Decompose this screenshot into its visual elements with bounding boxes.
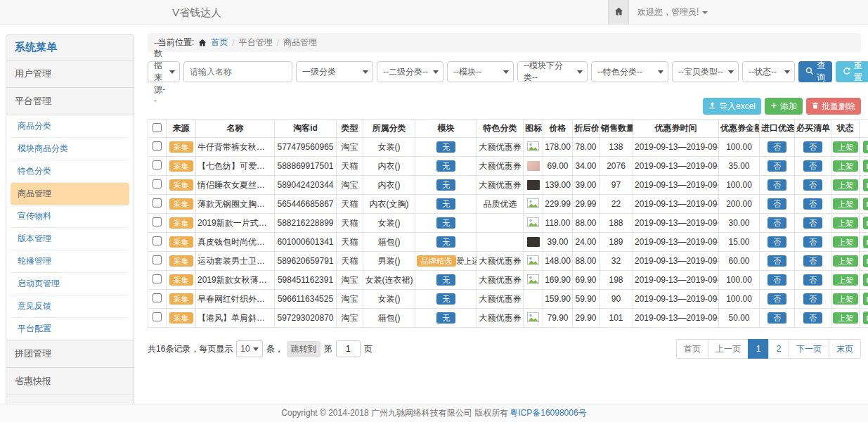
breadcrumb-home-link[interactable]: 首页 (211, 37, 228, 49)
edit-button[interactable] (863, 217, 868, 229)
edit-button[interactable] (863, 274, 868, 286)
taoke-id: 601000601341 (275, 233, 337, 252)
must-buy-toggle[interactable]: 否 (803, 312, 822, 324)
edit-button[interactable] (863, 141, 868, 153)
status-badge[interactable]: 上架 (833, 255, 858, 267)
must-buy-toggle[interactable]: 否 (803, 274, 822, 286)
page-button-末页[interactable]: 末页 (829, 339, 861, 359)
filter-select[interactable]: --模块下分类-- (517, 61, 588, 82)
import-select-toggle[interactable]: 否 (767, 141, 786, 153)
add-button[interactable]: 添加 (765, 98, 803, 115)
filter-select[interactable]: --二级分类-- (377, 61, 443, 82)
import-select-toggle[interactable]: 否 (767, 217, 786, 229)
row-checkbox[interactable] (153, 236, 162, 245)
import-select-toggle[interactable]: 否 (767, 160, 786, 172)
status-badge[interactable]: 上架 (833, 217, 858, 229)
sidebar-item[interactable]: 商品管理 (11, 183, 129, 205)
search-button[interactable]: 查询 (798, 61, 832, 82)
page-button-2[interactable]: 2 (768, 339, 789, 359)
filter-select[interactable]: --特色分类-- (591, 61, 668, 82)
name-search-input[interactable] (183, 61, 292, 82)
user-menu[interactable]: 欢迎您，管理员! (629, 0, 716, 25)
status-badge[interactable]: 上架 (833, 141, 858, 153)
actions-cell (860, 271, 868, 290)
row-checkbox[interactable] (153, 217, 162, 226)
edit-button[interactable] (863, 293, 868, 305)
row-checkbox[interactable] (153, 255, 162, 264)
status-badge[interactable]: 上架 (833, 179, 858, 191)
home-button[interactable] (608, 0, 629, 25)
must-buy-toggle[interactable]: 否 (803, 217, 822, 229)
page-number-input[interactable] (336, 340, 361, 357)
discount-price: 29.99 (573, 195, 600, 214)
page-button-首页[interactable]: 首页 (676, 339, 708, 359)
jump-button[interactable]: 跳转到 (287, 341, 320, 357)
sidebar-group-0[interactable]: 用户管理 (6, 60, 134, 87)
sidebar-item[interactable]: 商品分类 (11, 115, 129, 138)
batch-delete-button[interactable]: 批量删除 (806, 98, 861, 115)
status-badge[interactable]: 上架 (833, 198, 858, 210)
page-button-下一页[interactable]: 下一页 (789, 339, 829, 359)
import-select-toggle[interactable]: 否 (767, 179, 786, 191)
row-checkbox[interactable] (153, 179, 162, 188)
filter-select[interactable]: --宝贝类型-- (672, 61, 739, 82)
must-buy-toggle[interactable]: 否 (803, 198, 822, 210)
breadcrumb-separator: / (232, 38, 234, 48)
sidebar-item[interactable]: 轮播管理 (11, 250, 129, 273)
import-excel-button[interactable]: 导入excel (703, 98, 761, 115)
must-buy-toggle[interactable]: 否 (803, 293, 822, 305)
sidebar-group-2[interactable]: 拼团管理 (6, 340, 134, 367)
status-badge[interactable]: 上架 (833, 293, 858, 305)
import-select-toggle[interactable]: 否 (767, 198, 786, 210)
status-badge[interactable]: 上架 (833, 236, 858, 248)
row-checkbox[interactable] (153, 198, 162, 207)
must-buy-toggle[interactable]: 否 (803, 160, 822, 172)
page-button-上一页[interactable]: 上一页 (708, 339, 749, 359)
row-checkbox[interactable] (153, 141, 162, 151)
import-select-toggle[interactable]: 否 (767, 255, 786, 267)
sidebar-group-3[interactable]: 省惠快报 (6, 368, 134, 395)
icp-link[interactable]: 粤ICP备16098006号 (510, 407, 586, 419)
select-all-checkbox[interactable] (153, 123, 162, 132)
sidebar-item[interactable]: 意见反馈 (11, 295, 129, 318)
status-badge[interactable]: 上架 (833, 312, 858, 324)
edit-button[interactable] (863, 255, 868, 267)
import-select-toggle[interactable]: 否 (767, 274, 786, 286)
taoke-id: 565446685867 (275, 195, 337, 214)
filter-select[interactable]: --模块-- (447, 61, 514, 82)
import-select-toggle[interactable]: 否 (767, 312, 786, 324)
sidebar-group-1[interactable]: 平台管理 (6, 88, 134, 115)
reset-button[interactable]: 重置 (836, 61, 868, 82)
edit-button[interactable] (863, 236, 868, 248)
data-source-select[interactable]: --数据来源-- (148, 61, 180, 82)
sidebar-item[interactable]: 宣传物料 (11, 205, 129, 228)
must-buy-toggle[interactable]: 否 (803, 255, 822, 267)
sidebar-item[interactable]: 模块商品分类 (11, 138, 129, 160)
row-checkbox[interactable] (153, 312, 162, 321)
must-buy-toggle[interactable]: 否 (803, 179, 822, 191)
import-select-toggle[interactable]: 否 (767, 236, 786, 248)
sidebar-item[interactable]: 版本管理 (11, 228, 129, 250)
row-checkbox[interactable] (153, 274, 162, 283)
sidebar-item[interactable]: 启动页管理 (11, 273, 129, 295)
must-buy-toggle[interactable]: 否 (803, 141, 822, 153)
status-badge[interactable]: 上架 (833, 274, 858, 286)
breadcrumb-separator: / (277, 38, 279, 48)
sidebar-item[interactable]: 特色分类 (11, 160, 129, 183)
must-buy-toggle[interactable]: 否 (803, 236, 822, 248)
import-select-cell: 否 (760, 176, 795, 195)
edit-button[interactable] (863, 312, 868, 324)
import-select-toggle[interactable]: 否 (767, 293, 786, 305)
status-cell: 上架 (831, 290, 860, 309)
edit-button[interactable] (863, 179, 868, 191)
row-checkbox[interactable] (153, 160, 162, 170)
edit-button[interactable] (863, 160, 868, 172)
filter-select[interactable]: --状态-- (742, 61, 795, 82)
page-button-1[interactable]: 1 (748, 339, 769, 359)
per-page-select[interactable]: 10 (236, 340, 262, 357)
sidebar-item[interactable]: 平台配置 (11, 318, 129, 340)
status-badge[interactable]: 上架 (833, 160, 858, 172)
row-checkbox[interactable] (153, 293, 162, 302)
filter-select[interactable]: 一级分类 (296, 61, 373, 82)
edit-button[interactable] (863, 198, 868, 210)
